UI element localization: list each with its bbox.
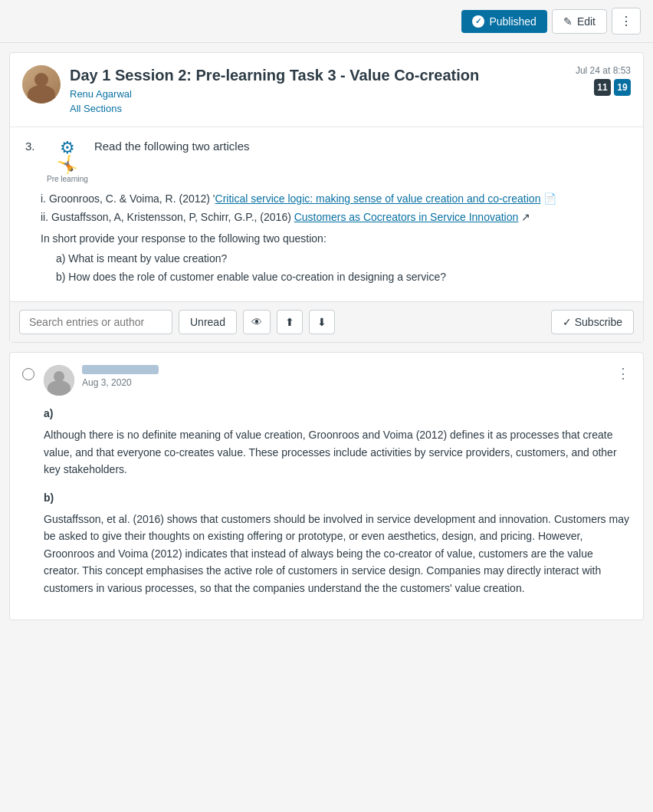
section-b-text: Gustaffsson, et al. (2016) shows that cu… <box>44 511 631 597</box>
reply-avatar-image <box>44 365 74 396</box>
section-a-text: Although there is no definite meaning of… <box>44 426 631 478</box>
task-text: Read the following two articles <box>94 140 250 153</box>
questions-block: In short provide your response to the fo… <box>41 232 628 283</box>
reply-select[interactable] <box>22 368 34 607</box>
download-button[interactable]: ⬇ <box>309 310 335 334</box>
top-bar: Published ✎ Edit ⋮ <box>0 0 653 43</box>
discussion-header: Day 1 Session 2: Pre-learning Task 3 - V… <box>10 53 643 127</box>
subscribe-button[interactable]: ✓ Subscribe <box>551 310 634 334</box>
person-icon: 🤸 <box>57 156 77 173</box>
more-icon: ⋮ <box>620 15 632 28</box>
edit-label: Edit <box>577 15 596 28</box>
published-label: Published <box>489 15 537 28</box>
header-info: Day 1 Session 2: Pre-learning Task 3 - V… <box>70 65 566 114</box>
author-name[interactable]: Renu Agarwal <box>70 88 566 100</box>
task-item: 3. ⚙ 🤸 Pre learning Read the following t… <box>25 140 628 183</box>
reply-more-button[interactable]: ⋮ <box>616 365 631 382</box>
avatar-image <box>22 65 61 104</box>
article-item-1: i. Groonroos, C. & Voima, R. (2012) 'Cri… <box>41 192 628 205</box>
discussion-title: Day 1 Session 2: Pre-learning Task 3 - V… <box>70 65 566 85</box>
section-b-label: b) <box>44 489 631 506</box>
reply-content: Aug 3, 2020 ⋮ a) Although there is no de… <box>44 365 631 607</box>
header-meta: Jul 24 at 8:53 11 19 <box>576 65 631 96</box>
reply-section-a: a) Although there is no definite meaning… <box>44 405 631 478</box>
badges: 11 19 <box>576 79 631 96</box>
author-avatar <box>22 65 61 104</box>
all-sections-link[interactable]: All Sections <box>70 103 122 114</box>
post-date: Jul 24 at 8:53 <box>576 65 631 76</box>
unread-button[interactable]: Unread <box>179 310 237 334</box>
reply-radio-input[interactable] <box>22 368 34 380</box>
article2-prefix: ii. Gustaffsson, A, Kristensson, P, Schi… <box>41 211 294 223</box>
article2-link[interactable]: Customers as Cocreators in Service Innov… <box>294 211 519 223</box>
gear-icon: ⚙ <box>60 140 75 156</box>
main-content: Day 1 Session 2: Pre-learning Task 3 - V… <box>9 52 644 343</box>
reply-meta: Aug 3, 2020 <box>82 365 609 388</box>
more-options-button[interactable]: ⋮ <box>612 8 641 35</box>
pencil-icon: ✎ <box>563 15 573 28</box>
upload-icon: ⬆ <box>285 316 294 328</box>
article2-suffix: ↗ <box>518 211 530 223</box>
article1-suffix: 📄 <box>540 192 556 205</box>
watch-icon-button[interactable]: 👁 <box>243 310 271 334</box>
icon-label: Pre learning <box>47 175 88 183</box>
task-number: 3. <box>25 140 41 153</box>
question-b: b) How does the role of customer enable … <box>56 271 628 283</box>
pre-learning-icon-group: ⚙ 🤸 Pre learning <box>47 140 88 183</box>
reply-item: Aug 3, 2020 ⋮ a) Although there is no de… <box>22 365 631 607</box>
reply-avatar <box>44 365 74 396</box>
article1-prefix: i. Groonroos, C. & Voima, R. (2012) ' <box>41 192 215 205</box>
toolbar: Unread 👁 ⬆ ⬇ ✓ Subscribe <box>10 301 643 342</box>
article1-link[interactable]: Critical service logic: making sense of … <box>215 192 541 205</box>
questions-intro: In short provide your response to the fo… <box>41 232 628 245</box>
reply-username <box>82 365 159 374</box>
eye-icon: 👁 <box>251 316 262 328</box>
edit-button[interactable]: ✎ Edit <box>552 9 607 34</box>
article-item-2: ii. Gustaffsson, A, Kristensson, P, Schi… <box>41 211 628 223</box>
question-a: a) What is meant by value creation? <box>56 252 628 265</box>
reply-section-b: b) Gustaffsson, et al. (2016) shows that… <box>44 489 631 597</box>
discussion-body: 3. ⚙ 🤸 Pre learning Read the following t… <box>10 127 643 301</box>
download-icon: ⬇ <box>317 316 326 328</box>
search-input[interactable] <box>19 310 172 334</box>
check-icon <box>472 15 484 28</box>
replies-section: Aug 3, 2020 ⋮ a) Although there is no de… <box>9 352 644 620</box>
upload-button[interactable]: ⬆ <box>277 310 303 334</box>
reply-header: Aug 3, 2020 ⋮ <box>44 365 631 396</box>
unread-badge: 11 <box>594 79 611 96</box>
total-badge: 19 <box>614 79 631 96</box>
section-a-label: a) <box>44 405 631 422</box>
article-list: i. Groonroos, C. & Voima, R. (2012) 'Cri… <box>41 192 628 223</box>
reply-date: Aug 3, 2020 <box>82 377 609 388</box>
published-button[interactable]: Published <box>461 10 547 33</box>
